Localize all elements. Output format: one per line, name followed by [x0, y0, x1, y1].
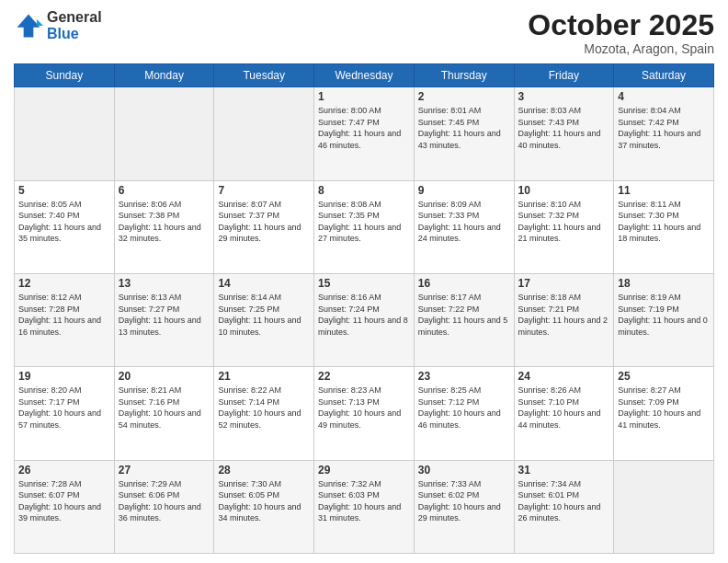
weekday-header-monday: Monday [114, 64, 214, 87]
page: General Blue October 2025 Mozota, Aragon… [0, 0, 728, 563]
day-info: Sunrise: 8:13 AMSunset: 7:27 PMDaylight:… [119, 292, 210, 338]
calendar-cell: 31Sunrise: 7:34 AMSunset: 6:01 PMDayligh… [514, 460, 614, 553]
logo-text: General Blue [47, 9, 102, 41]
calendar-cell: 25Sunrise: 8:27 AMSunset: 7:09 PMDayligh… [614, 367, 714, 460]
logo: General Blue [14, 9, 102, 41]
calendar-cell: 2Sunrise: 8:01 AMSunset: 7:45 PMDaylight… [414, 87, 514, 180]
calendar-cell: 29Sunrise: 7:32 AMSunset: 6:03 PMDayligh… [314, 460, 415, 553]
calendar-cell: 22Sunrise: 8:23 AMSunset: 7:13 PMDayligh… [314, 367, 415, 460]
calendar-week-row: 5Sunrise: 8:05 AMSunset: 7:40 PMDaylight… [15, 180, 714, 273]
weekday-header-sunday: Sunday [15, 64, 115, 87]
calendar-week-row: 12Sunrise: 8:12 AMSunset: 7:28 PMDayligh… [15, 273, 714, 366]
header: General Blue October 2025 Mozota, Aragon… [14, 9, 714, 56]
calendar-cell: 26Sunrise: 7:28 AMSunset: 6:07 PMDayligh… [15, 460, 115, 553]
day-info: Sunrise: 8:20 AMSunset: 7:17 PMDaylight:… [18, 385, 110, 431]
calendar-cell: 18Sunrise: 8:19 AMSunset: 7:19 PMDayligh… [614, 273, 714, 366]
calendar-cell: 5Sunrise: 8:05 AMSunset: 7:40 PMDaylight… [15, 180, 115, 273]
day-info: Sunrise: 7:33 AMSunset: 6:02 PMDaylight:… [418, 478, 510, 524]
day-number: 28 [218, 464, 310, 477]
day-number: 15 [318, 277, 410, 290]
day-info: Sunrise: 8:03 AMSunset: 7:43 PMDaylight:… [518, 105, 610, 151]
day-number: 16 [418, 277, 510, 290]
calendar-cell: 27Sunrise: 7:29 AMSunset: 6:06 PMDayligh… [114, 460, 214, 553]
day-number: 9 [418, 184, 510, 197]
calendar-cell: 24Sunrise: 8:26 AMSunset: 7:10 PMDayligh… [514, 367, 614, 460]
month-title: October 2025 [528, 9, 714, 41]
day-info: Sunrise: 8:06 AMSunset: 7:38 PMDaylight:… [119, 199, 210, 245]
calendar-cell: 28Sunrise: 7:30 AMSunset: 6:05 PMDayligh… [214, 460, 314, 553]
day-info: Sunrise: 8:27 AMSunset: 7:09 PMDaylight:… [618, 385, 710, 431]
day-number: 25 [618, 370, 710, 383]
day-number: 20 [119, 370, 210, 383]
day-number: 7 [218, 184, 310, 197]
day-number: 5 [18, 184, 110, 197]
day-info: Sunrise: 8:23 AMSunset: 7:13 PMDaylight:… [318, 385, 410, 431]
calendar-cell [214, 87, 314, 180]
calendar-week-row: 26Sunrise: 7:28 AMSunset: 6:07 PMDayligh… [15, 460, 714, 553]
day-info: Sunrise: 8:26 AMSunset: 7:10 PMDaylight:… [518, 385, 610, 431]
day-number: 30 [418, 464, 510, 477]
day-number: 19 [18, 370, 110, 383]
calendar-cell: 13Sunrise: 8:13 AMSunset: 7:27 PMDayligh… [114, 273, 214, 366]
calendar-cell: 21Sunrise: 8:22 AMSunset: 7:14 PMDayligh… [214, 367, 314, 460]
calendar-cell: 17Sunrise: 8:18 AMSunset: 7:21 PMDayligh… [514, 273, 614, 366]
day-number: 27 [119, 464, 210, 477]
calendar-cell: 16Sunrise: 8:17 AMSunset: 7:22 PMDayligh… [414, 273, 514, 366]
day-info: Sunrise: 7:29 AMSunset: 6:06 PMDaylight:… [119, 478, 210, 524]
day-number: 4 [618, 90, 710, 103]
day-info: Sunrise: 8:22 AMSunset: 7:14 PMDaylight:… [218, 385, 310, 431]
calendar-cell: 6Sunrise: 8:06 AMSunset: 7:38 PMDaylight… [114, 180, 214, 273]
day-info: Sunrise: 8:05 AMSunset: 7:40 PMDaylight:… [18, 199, 110, 245]
day-number: 17 [518, 277, 610, 290]
day-info: Sunrise: 7:30 AMSunset: 6:05 PMDaylight:… [218, 478, 310, 524]
calendar-cell: 3Sunrise: 8:03 AMSunset: 7:43 PMDaylight… [514, 87, 614, 180]
day-info: Sunrise: 8:18 AMSunset: 7:21 PMDaylight:… [518, 292, 610, 338]
calendar-cell: 19Sunrise: 8:20 AMSunset: 7:17 PMDayligh… [15, 367, 115, 460]
day-info: Sunrise: 8:25 AMSunset: 7:12 PMDaylight:… [418, 385, 510, 431]
logo-icon [14, 11, 43, 40]
day-number: 23 [418, 370, 510, 383]
title-block: October 2025 Mozota, Aragon, Spain [528, 9, 714, 56]
day-info: Sunrise: 8:07 AMSunset: 7:37 PMDaylight:… [218, 199, 310, 245]
weekday-header-thursday: Thursday [414, 64, 514, 87]
day-info: Sunrise: 7:32 AMSunset: 6:03 PMDaylight:… [318, 478, 410, 524]
day-number: 24 [518, 370, 610, 383]
calendar-cell: 7Sunrise: 8:07 AMSunset: 7:37 PMDaylight… [214, 180, 314, 273]
day-info: Sunrise: 8:19 AMSunset: 7:19 PMDaylight:… [618, 292, 710, 338]
day-info: Sunrise: 7:28 AMSunset: 6:07 PMDaylight:… [18, 478, 110, 524]
day-info: Sunrise: 8:00 AMSunset: 7:47 PMDaylight:… [318, 105, 410, 151]
day-info: Sunrise: 8:09 AMSunset: 7:33 PMDaylight:… [418, 199, 510, 245]
calendar-cell: 15Sunrise: 8:16 AMSunset: 7:24 PMDayligh… [314, 273, 415, 366]
day-number: 29 [318, 464, 410, 477]
day-info: Sunrise: 8:04 AMSunset: 7:42 PMDaylight:… [618, 105, 710, 151]
day-info: Sunrise: 8:08 AMSunset: 7:35 PMDaylight:… [318, 199, 410, 245]
day-number: 8 [318, 184, 410, 197]
calendar-cell: 1Sunrise: 8:00 AMSunset: 7:47 PMDaylight… [314, 87, 415, 180]
calendar-cell: 9Sunrise: 8:09 AMSunset: 7:33 PMDaylight… [414, 180, 514, 273]
calendar-cell: 20Sunrise: 8:21 AMSunset: 7:16 PMDayligh… [114, 367, 214, 460]
day-number: 11 [618, 184, 710, 197]
calendar-week-row: 19Sunrise: 8:20 AMSunset: 7:17 PMDayligh… [15, 367, 714, 460]
day-info: Sunrise: 8:01 AMSunset: 7:45 PMDaylight:… [418, 105, 510, 151]
day-number: 3 [518, 90, 610, 103]
weekday-header-friday: Friday [514, 64, 614, 87]
day-number: 13 [119, 277, 210, 290]
logo-general: General [47, 9, 102, 26]
weekday-header-row: SundayMondayTuesdayWednesdayThursdayFrid… [15, 64, 714, 87]
day-number: 12 [18, 277, 110, 290]
logo-blue: Blue [47, 26, 102, 42]
location-subtitle: Mozota, Aragon, Spain [528, 41, 714, 56]
calendar-cell [15, 87, 115, 180]
day-number: 22 [318, 370, 410, 383]
day-number: 18 [618, 277, 710, 290]
day-number: 1 [318, 90, 410, 103]
weekday-header-saturday: Saturday [614, 64, 714, 87]
weekday-header-wednesday: Wednesday [314, 64, 415, 87]
day-info: Sunrise: 8:17 AMSunset: 7:22 PMDaylight:… [418, 292, 510, 338]
day-number: 6 [119, 184, 210, 197]
calendar-cell: 12Sunrise: 8:12 AMSunset: 7:28 PMDayligh… [15, 273, 115, 366]
day-number: 26 [18, 464, 110, 477]
day-info: Sunrise: 8:10 AMSunset: 7:32 PMDaylight:… [518, 199, 610, 245]
calendar-cell: 8Sunrise: 8:08 AMSunset: 7:35 PMDaylight… [314, 180, 415, 273]
calendar-cell: 30Sunrise: 7:33 AMSunset: 6:02 PMDayligh… [414, 460, 514, 553]
